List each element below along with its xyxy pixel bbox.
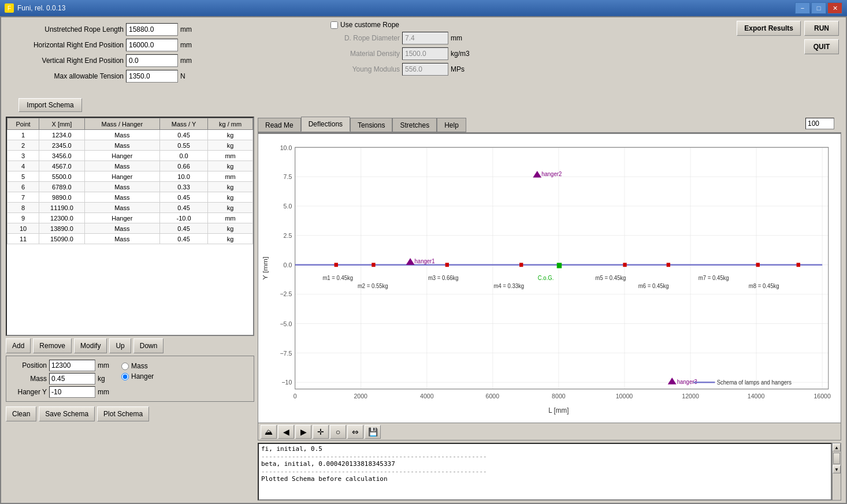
position-unit: mm bbox=[98, 361, 112, 369]
radio-mass-row: Mass bbox=[121, 362, 154, 370]
young-unit: MPs bbox=[451, 65, 468, 73]
svg-text:m1 = 0.45kg: m1 = 0.45kg bbox=[322, 275, 353, 281]
window-controls: − □ ✕ bbox=[795, 2, 842, 14]
table-row[interactable]: 811190.0Mass0.45kg bbox=[8, 203, 253, 213]
svg-text:−10: −10 bbox=[281, 378, 292, 386]
up-button[interactable]: Up bbox=[109, 338, 131, 353]
svg-text:−7.5: −7.5 bbox=[280, 349, 292, 357]
table-row[interactable]: 44567.0Mass0.66kg bbox=[8, 161, 253, 171]
quit-button[interactable]: QUIT bbox=[804, 39, 839, 54]
tab-deflections[interactable]: Deflections bbox=[301, 117, 350, 132]
left-panel: Point X [mm] Mass / Hanger Mass / Y kg /… bbox=[6, 117, 254, 501]
table-row[interactable]: 912300.0Hanger-10.0mm bbox=[8, 213, 253, 223]
toolbar-btn-7[interactable]: 💾 bbox=[365, 425, 381, 439]
toolbar-btn-1[interactable]: ⛰ bbox=[261, 425, 277, 439]
col-header-point: Point bbox=[8, 118, 39, 130]
tab-read-me[interactable]: Read Me bbox=[258, 118, 301, 132]
radio-group: Mass Hanger bbox=[121, 360, 154, 398]
data-table-container[interactable]: Point X [mm] Mass / Hanger Mass / Y kg /… bbox=[6, 117, 254, 336]
mass-input[interactable] bbox=[49, 373, 95, 384]
clean-button[interactable]: Clean bbox=[6, 406, 36, 421]
svg-text:10.0: 10.0 bbox=[280, 144, 292, 151]
svg-text:−5.0: −5.0 bbox=[280, 320, 292, 327]
svg-text:7.5: 7.5 bbox=[284, 173, 292, 180]
scroll-down-button[interactable]: ▼ bbox=[833, 465, 841, 473]
save-schema-button[interactable]: Save Schema bbox=[39, 406, 95, 421]
svg-text:hanger2: hanger2 bbox=[541, 171, 562, 177]
young-input[interactable] bbox=[402, 63, 448, 76]
toolbar-btn-3[interactable]: ▶ bbox=[295, 425, 311, 439]
mass-row: Mass kg bbox=[11, 373, 112, 384]
export-results-button[interactable]: Export Results bbox=[737, 21, 801, 36]
svg-text:hanger1: hanger1 bbox=[415, 258, 435, 264]
table-row[interactable]: 66789.0Mass0.33kg bbox=[8, 182, 253, 192]
table-row[interactable]: 55500.0Hanger10.0mm bbox=[8, 171, 253, 182]
zoom-input[interactable] bbox=[805, 118, 834, 129]
table-row[interactable]: 79890.0Mass0.45kg bbox=[8, 192, 253, 203]
add-button[interactable]: Add bbox=[6, 338, 31, 353]
diameter-input[interactable] bbox=[402, 32, 448, 44]
toolbar-btn-4[interactable]: ✛ bbox=[313, 425, 329, 439]
svg-text:hanger3: hanger3 bbox=[677, 378, 697, 384]
svg-text:−2.5: −2.5 bbox=[280, 290, 292, 298]
table-row[interactable]: 22345.0Mass0.55kg bbox=[8, 140, 253, 151]
radio-hanger[interactable] bbox=[121, 373, 129, 380]
svg-text:m7 = 0.45kg: m7 = 0.45kg bbox=[699, 275, 729, 281]
max-tension-input[interactable] bbox=[126, 70, 178, 83]
svg-rect-47 bbox=[756, 263, 760, 267]
toolbar-btn-5[interactable]: ○ bbox=[330, 425, 346, 439]
hanger-y-input[interactable] bbox=[49, 386, 95, 398]
minimize-button[interactable]: − bbox=[795, 2, 810, 14]
down-button[interactable]: Down bbox=[133, 338, 164, 353]
run-button[interactable]: RUN bbox=[804, 21, 839, 36]
unstretched-input[interactable] bbox=[126, 23, 178, 36]
diameter-unit: mm bbox=[451, 34, 468, 42]
position-input[interactable] bbox=[49, 360, 95, 371]
svg-text:C.o.G.: C.o.G. bbox=[538, 275, 554, 281]
svg-text:m4 = 0.33kg: m4 = 0.33kg bbox=[493, 283, 524, 289]
log-line: Plotted Schema before calculation bbox=[261, 475, 829, 483]
log-area[interactable]: fi, initial, 0.5------------------------… bbox=[258, 443, 832, 501]
edit-section: Position mm Mass kg Hanger Y mm bbox=[6, 356, 254, 402]
svg-rect-41 bbox=[335, 263, 338, 267]
import-schema-button[interactable]: Import Schema bbox=[18, 98, 82, 112]
plot-schema-button[interactable]: Plot Schema bbox=[97, 406, 149, 421]
table-row[interactable]: 11234.0Mass0.45kg bbox=[8, 130, 253, 140]
radio-mass-label: Mass bbox=[131, 362, 148, 370]
table-row[interactable]: 1013890.0Mass0.45kg bbox=[8, 223, 253, 234]
log-line: beta, initial, 0.000420133818345337 bbox=[261, 460, 829, 468]
col-header-type: Mass / Hanger bbox=[84, 118, 159, 130]
tab-help[interactable]: Help bbox=[437, 118, 466, 132]
young-row: Young Modulus MPs bbox=[330, 63, 468, 76]
remove-button[interactable]: Remove bbox=[33, 338, 72, 353]
log-line: ----------------------------------------… bbox=[261, 453, 829, 460]
svg-text:L [mm]: L [mm] bbox=[548, 406, 569, 415]
use-custom-rope-checkbox[interactable] bbox=[330, 21, 338, 29]
tab-tensions[interactable]: Tensions bbox=[350, 118, 392, 132]
svg-text:m5 = 0.45kg: m5 = 0.45kg bbox=[596, 275, 626, 281]
maximize-button[interactable]: □ bbox=[811, 2, 826, 14]
toolbar-btn-2[interactable]: ◀ bbox=[278, 425, 294, 439]
use-custom-rope-label: Use custome Rope bbox=[340, 21, 399, 29]
scroll-thumb[interactable] bbox=[833, 453, 840, 464]
radio-mass[interactable] bbox=[121, 363, 129, 370]
mass-label: Mass bbox=[11, 375, 47, 383]
edit-fields: Position mm Mass kg Hanger Y mm bbox=[11, 360, 112, 398]
tab-stretches[interactable]: Stretches bbox=[392, 118, 437, 132]
scroll-up-button[interactable]: ▲ bbox=[833, 443, 841, 451]
modify-button[interactable]: Modify bbox=[74, 338, 107, 353]
close-button[interactable]: ✕ bbox=[827, 2, 842, 14]
horizontal-input[interactable] bbox=[126, 39, 178, 51]
position-label: Position bbox=[11, 361, 47, 369]
svg-text:10000: 10000 bbox=[616, 393, 633, 400]
table-row[interactable]: 1115090.0Mass0.45kg bbox=[8, 234, 253, 244]
table-row[interactable]: 33456.0Hanger0.0mm bbox=[8, 151, 253, 161]
app-icon: F bbox=[5, 3, 14, 13]
chart-area: 10.0 7.5 5.0 2.5 0.0 −2.5 −5.0 −7.5 −10 … bbox=[258, 133, 841, 423]
toolbar-btn-6[interactable]: ⇔ bbox=[347, 425, 363, 439]
density-input[interactable] bbox=[402, 47, 448, 60]
svg-text:m6 = 0.45kg: m6 = 0.45kg bbox=[638, 283, 669, 289]
right-panel: Read MeDeflectionsTensionsStretchesHelp bbox=[258, 117, 841, 501]
log-scrollbar[interactable]: ▲ ▼ bbox=[832, 443, 841, 501]
vertical-input[interactable] bbox=[126, 54, 178, 67]
